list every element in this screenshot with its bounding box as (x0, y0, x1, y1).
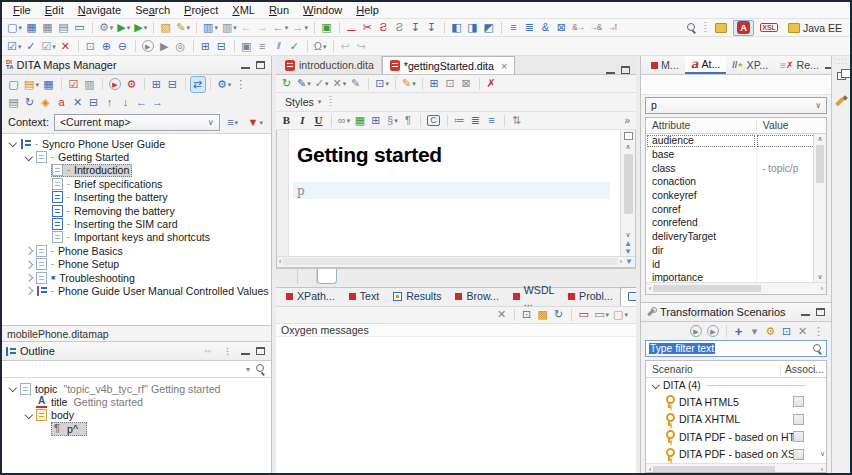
associate-checkbox[interactable] (793, 449, 804, 460)
open-resource-icon[interactable]: ▣ (240, 39, 254, 54)
outline-item[interactable]: title Getting started (2, 395, 271, 408)
toolbar-icon[interactable] (307, 40, 308, 52)
apply-scenario-icon[interactable]: ▶ (141, 39, 156, 54)
attribute-row[interactable]: conaction (646, 175, 826, 189)
menu-item[interactable]: File (6, 4, 38, 16)
demote-icon[interactable]: → (151, 95, 165, 110)
results-tab[interactable]: Probl... (561, 287, 620, 306)
strike-tag-icon[interactable]: Ƨ (393, 20, 407, 35)
attribute-row[interactable]: conrefend (646, 216, 826, 230)
associate-checkbox[interactable] (793, 431, 804, 442)
expander-icon[interactable] (23, 410, 35, 421)
goto-error-icon[interactable]: →! (605, 20, 619, 35)
window-layout-icon[interactable]: ▥▾ (221, 20, 238, 35)
format-pretty-print-icon[interactable]: ≣ (523, 20, 537, 35)
scroll-left-icon[interactable]: ‹ (649, 465, 651, 474)
maximize-panel-icon[interactable] (256, 61, 265, 69)
debug-config-icon[interactable]: ⚙▾ (98, 20, 114, 35)
toolbar-icon[interactable] (234, 40, 235, 52)
database-perspective-button[interactable]: Java EE (784, 20, 846, 36)
toolbar-icon[interactable] (479, 78, 480, 90)
map-tree-item[interactable]: - Removing the battery (2, 204, 271, 217)
refresh-console-icon[interactable]: ↻ (552, 307, 566, 322)
outline-item[interactable]: p^ (2, 422, 271, 435)
next-editor-icon[interactable]: ▼ (625, 258, 633, 266)
escape-selection-icon[interactable]: & (539, 20, 553, 35)
save-log-icon[interactable]: ⊡ (520, 307, 534, 322)
scroll-up-icon[interactable]: ∧ (625, 142, 630, 152)
attribute-row[interactable]: conkeyref (646, 189, 826, 203)
accept-change-icon[interactable]: ✓▾ (314, 76, 330, 91)
track-changes-icon[interactable]: ✎▾ (296, 76, 312, 91)
expander-icon[interactable] (39, 205, 51, 216)
toolbar-icon[interactable] (368, 78, 369, 90)
breakpoint-icon[interactable]: ⚊ (345, 20, 359, 35)
drag-handle-icon[interactable]: ········ (834, 58, 847, 66)
unordered-list-icon[interactable]: ≡ (485, 113, 499, 128)
scroll-down-icon[interactable]: ∨ (817, 272, 822, 282)
link-icon[interactable]: ∞▾ (337, 113, 351, 128)
scrollbar-thumb[interactable] (283, 258, 617, 265)
remove-icon[interactable]: ✕ (71, 95, 85, 110)
minimize-panel-icon[interactable] (241, 61, 250, 69)
scrollbar-thumb[interactable] (624, 154, 633, 214)
toolbar-icon[interactable] (144, 78, 145, 90)
scroll-right-icon[interactable]: › (620, 257, 622, 267)
close-tab-icon[interactable]: × (501, 60, 507, 72)
toolbar-icon[interactable] (444, 22, 445, 34)
expander-icon[interactable] (39, 192, 51, 203)
document-heading[interactable]: Getting started (297, 143, 620, 167)
save-icon[interactable]: ▦ (25, 20, 39, 35)
map-tree-item[interactable]: - Important keys and shortcuts (2, 231, 271, 244)
outline-search-icon[interactable] (255, 363, 266, 375)
rename-content-icon[interactable]: ◨ (466, 20, 480, 35)
table-icon[interactable]: ⊞ (369, 113, 383, 128)
open-in-window-icon[interactable]: ▢▾ (612, 307, 629, 322)
forward-icon[interactable]: →▾ (291, 20, 309, 35)
refactoring-icon[interactable]: ⊡ (84, 39, 98, 54)
scrollbar-thumb[interactable] (653, 466, 775, 473)
find-replace-icon[interactable]: ✎▾ (175, 20, 191, 35)
toolbar-icon[interactable] (501, 22, 502, 34)
delete-icon[interactable]: ⊟ (87, 95, 101, 110)
edit-scenario-icon[interactable]: ⚙ (764, 324, 778, 339)
menu-item[interactable]: Navigate (71, 4, 128, 16)
search-icon[interactable] (686, 22, 697, 34)
scenario-row[interactable]: DITA XHTML (646, 411, 826, 429)
expander-icon[interactable] (39, 219, 51, 230)
scroll-down-icon[interactable]: ∨ (820, 450, 825, 458)
scrollbar-thumb[interactable] (816, 145, 824, 183)
back-disabled-icon[interactable]: ← (240, 20, 254, 35)
expander-icon[interactable] (23, 272, 35, 283)
remove-styling-icon[interactable]: ✗ (485, 76, 499, 91)
attribute-row[interactable]: conref (646, 202, 826, 216)
scroll-left-icon[interactable]: ‹ (649, 284, 651, 294)
expander-icon[interactable] (23, 285, 35, 296)
scenario-row[interactable]: DITA PDF - based on XS (646, 446, 826, 464)
toolbar-icon[interactable] (331, 115, 332, 127)
menu-item[interactable]: Window (296, 4, 349, 16)
expander-icon[interactable] (39, 423, 51, 434)
new-window-icon[interactable]: ▥▾ (202, 20, 219, 35)
show-console-icon[interactable]: ▭ (577, 307, 591, 322)
presenter-mode-icon[interactable]: ▭ (73, 20, 87, 35)
scenario-group-row[interactable]: DITA (4) (646, 378, 826, 393)
comment-change-icon[interactable]: ✎ (349, 76, 363, 91)
insert-symbol-icon[interactable]: Ω▾ (313, 39, 328, 54)
clear-validation-icon[interactable]: ✕ (59, 39, 73, 54)
edit-comment-icon[interactable]: ⊡ (444, 76, 458, 91)
attribute-row[interactable]: dir (646, 244, 826, 258)
menu-item[interactable]: Edit (38, 4, 71, 16)
minimize-panel-icon[interactable] (801, 308, 810, 316)
toolbar-icon[interactable] (193, 40, 194, 52)
split-element-icon[interactable]: ◩ (482, 20, 496, 35)
toolbar-icon[interactable] (210, 78, 211, 90)
insert-before-icon[interactable]: ⊞ (150, 77, 164, 92)
split-editor-icon[interactable] (624, 132, 633, 140)
add-comment-icon[interactable]: ⊞ (428, 76, 442, 91)
expander-icon[interactable] (39, 178, 51, 189)
outline-menu-icon[interactable]: ⋮ (223, 346, 232, 356)
toolbar-icon[interactable] (420, 115, 421, 127)
xml-entities-icon[interactable]: ⊠ (555, 20, 569, 35)
new-scenario-menu-icon[interactable]: ▾ (748, 324, 762, 339)
